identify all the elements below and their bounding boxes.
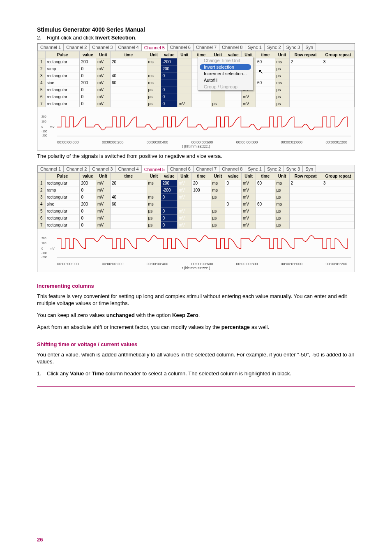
grid-cell[interactable] xyxy=(191,208,211,215)
grid-cell[interactable]: 0 xyxy=(225,180,242,187)
grid-cell[interactable] xyxy=(178,72,192,79)
row-number[interactable]: 5 xyxy=(38,208,46,215)
tab-channel-6[interactable]: Channel 6 xyxy=(167,44,194,51)
tab-sync-3[interactable]: Sync 3 xyxy=(284,44,303,51)
grid-cell[interactable]: 2 xyxy=(289,180,322,187)
grid-cell[interactable] xyxy=(225,222,242,229)
tab-sync-2[interactable]: Sync 2 xyxy=(264,44,284,51)
column-header[interactable]: time xyxy=(256,173,275,180)
grid-cell[interactable] xyxy=(111,215,147,222)
grid-cell[interactable] xyxy=(322,79,354,86)
grid-cell[interactable] xyxy=(147,187,161,194)
grid-cell[interactable] xyxy=(322,93,354,100)
grid-cell[interactable] xyxy=(289,65,322,72)
column-header[interactable] xyxy=(38,51,46,58)
column-header[interactable]: value xyxy=(80,173,96,180)
grid-cell[interactable] xyxy=(256,72,275,79)
column-header[interactable]: Group repeat xyxy=(322,173,354,180)
tab-sync-3[interactable]: Sync 3 xyxy=(284,165,303,172)
grid-cell[interactable]: ms xyxy=(275,180,289,187)
grid-cell[interactable]: µs xyxy=(275,215,289,222)
grid-cell[interactable]: mV xyxy=(96,93,111,100)
grid-cell[interactable]: sine xyxy=(45,79,80,86)
grid-cell[interactable]: mV xyxy=(96,194,111,201)
grid-cell[interactable] xyxy=(322,201,354,208)
column-header[interactable]: time xyxy=(111,51,147,58)
grid-cell[interactable]: 40 xyxy=(111,72,147,79)
grid-cell[interactable]: mV xyxy=(178,215,192,222)
grid-cell[interactable] xyxy=(322,72,354,79)
column-header[interactable]: Group repeat xyxy=(322,51,354,58)
grid-cell[interactable]: mV xyxy=(178,194,192,201)
grid-cell[interactable]: 0 xyxy=(161,93,178,100)
grid-cell[interactable]: mV xyxy=(178,180,192,187)
grid-cell[interactable]: ms xyxy=(211,187,225,194)
column-header[interactable]: value xyxy=(80,51,96,58)
grid-cell[interactable] xyxy=(289,208,322,215)
context-menu[interactable]: Change Time UnitInvert selectionIncremen… xyxy=(198,57,253,90)
tab-sync-1[interactable]: Sync 1 xyxy=(245,165,265,172)
tab-channel-2[interactable]: Channel 2 xyxy=(63,44,90,51)
grid-cell[interactable] xyxy=(322,222,354,229)
row-number[interactable]: 7 xyxy=(38,222,46,229)
grid-cell[interactable]: mV xyxy=(242,180,256,187)
tab-channel-3[interactable]: Channel 3 xyxy=(89,44,115,51)
grid-cell[interactable] xyxy=(111,222,147,229)
grid-cell[interactable]: rectangular xyxy=(45,222,80,229)
grid-cell[interactable] xyxy=(289,86,322,93)
grid-cell[interactable]: mV xyxy=(96,79,111,86)
grid-cell[interactable]: 200 xyxy=(80,58,96,65)
grid-cell[interactable]: -200 xyxy=(161,58,178,65)
grid-cell[interactable]: rectangular xyxy=(45,180,80,187)
grid-cell[interactable]: rectangular xyxy=(45,215,80,222)
grid-cell[interactable]: µs xyxy=(147,222,161,229)
grid-cell[interactable] xyxy=(191,215,211,222)
tab-channel-2[interactable]: Channel 2 xyxy=(63,165,90,172)
grid-cell[interactable]: 60 xyxy=(111,201,147,208)
column-header[interactable]: time xyxy=(111,173,147,180)
grid-cell[interactable] xyxy=(225,187,242,194)
grid-cell[interactable]: 0 xyxy=(80,93,96,100)
row-number[interactable]: 4 xyxy=(38,79,46,86)
grid-cell[interactable]: mV xyxy=(96,86,111,93)
grid-cell[interactable]: ms xyxy=(211,180,225,187)
grid-cell[interactable]: 0 xyxy=(80,72,96,79)
grid-cell[interactable]: 200 xyxy=(80,201,96,208)
grid-cell[interactable] xyxy=(191,201,211,208)
grid-cell[interactable]: 3 xyxy=(322,58,354,65)
grid-cell[interactable]: 20 xyxy=(191,180,211,187)
stimulus-grid-2[interactable]: PulsevalueUnittimeUnitvalueUnittimeUnitv… xyxy=(37,173,355,229)
grid-cell[interactable] xyxy=(225,215,242,222)
grid-cell[interactable]: 0 xyxy=(80,187,96,194)
grid-cell[interactable]: 0 xyxy=(161,86,178,93)
grid-cell[interactable]: ms xyxy=(147,180,161,187)
grid-cell[interactable] xyxy=(256,194,275,201)
column-header[interactable]: Unit xyxy=(275,51,289,58)
grid-cell[interactable]: 0 xyxy=(161,215,178,222)
tab-syn[interactable]: Syn xyxy=(302,165,316,172)
column-header[interactable]: Pulse xyxy=(45,173,80,180)
grid-cell[interactable]: ms xyxy=(147,201,161,208)
grid-cell[interactable]: mV xyxy=(178,187,192,194)
grid-cell[interactable]: µs xyxy=(275,194,289,201)
grid-cell[interactable]: 0 xyxy=(161,208,178,215)
grid-cell[interactable] xyxy=(289,201,322,208)
grid-cell[interactable]: mV xyxy=(242,208,256,215)
grid-cell[interactable] xyxy=(191,93,211,100)
grid-cell[interactable] xyxy=(111,86,147,93)
column-header[interactable]: time xyxy=(256,51,275,58)
grid-cell[interactable]: rectangular xyxy=(45,86,80,93)
row-number[interactable]: 6 xyxy=(38,215,46,222)
grid-cell[interactable] xyxy=(225,208,242,215)
grid-cell[interactable] xyxy=(111,100,147,107)
row-number[interactable]: 7 xyxy=(38,100,46,107)
column-header[interactable]: Unit xyxy=(96,51,111,58)
grid-cell[interactable]: µs xyxy=(147,215,161,222)
grid-cell[interactable] xyxy=(289,93,322,100)
grid-cell[interactable]: 0 xyxy=(80,208,96,215)
grid-cell[interactable]: mV xyxy=(96,100,111,107)
grid-cell[interactable]: 0 xyxy=(80,194,96,201)
column-header[interactable]: Unit xyxy=(178,173,192,180)
grid-cell[interactable] xyxy=(322,215,354,222)
grid-cell[interactable]: mV xyxy=(96,208,111,215)
